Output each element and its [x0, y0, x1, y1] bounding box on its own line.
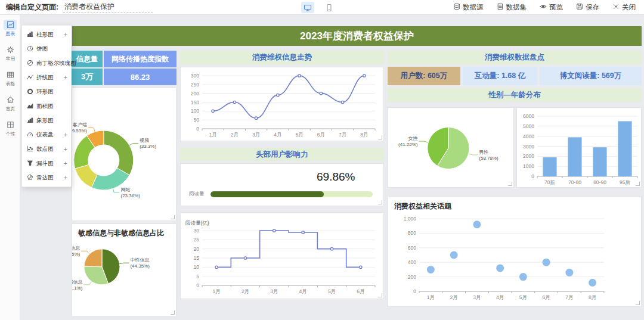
- device-toggle-group: [301, 0, 336, 15]
- expand-plus-icon: +: [64, 131, 67, 138]
- influence-section-header[interactable]: 头部用户影响力: [180, 148, 384, 161]
- menu-item-仪表盘[interactable]: 仪表盘+: [22, 128, 71, 142]
- menu-item-label: 雷达图: [36, 173, 54, 181]
- info-volume-card-label[interactable]: 信息量: [72, 51, 103, 67]
- interactions-stat-card[interactable]: 互动量: 1.68 亿: [463, 67, 537, 85]
- svg-text:1月: 1月: [209, 132, 217, 138]
- grid-icon: [4, 120, 17, 130]
- svg-text:(41.22%): (41.22%): [398, 142, 418, 147]
- media-source-donut-chart: 视频(33.3%)网站(23.36%)客户端(9.53%): [72, 88, 177, 222]
- svg-text:2月: 2月: [231, 132, 239, 138]
- sidebar-item-常用[interactable]: 常用: [0, 42, 20, 65]
- menu-item-饼图[interactable]: 饼图: [22, 42, 71, 56]
- svg-text:中性信息: 中性信息: [130, 257, 149, 263]
- trend-section-header[interactable]: 消费维权信息走势: [180, 51, 384, 64]
- action-保存[interactable]: 保存: [576, 3, 599, 12]
- action-label: 数据集: [506, 3, 527, 12]
- svg-text:女性: 女性: [408, 136, 417, 141]
- svg-text:250: 250: [191, 82, 199, 88]
- age-bar-panel[interactable]: 010002000300040005000600070前70-8080-9095…: [516, 107, 642, 188]
- media-source-donut-panel[interactable]: 视频(33.3%)网站(23.36%)客户端(9.53%): [72, 88, 177, 221]
- sidebar-item-首页[interactable]: 首页: [0, 92, 20, 115]
- sidebar-item-图表[interactable]: 图表: [0, 17, 20, 40]
- svg-text:5: 5: [196, 274, 199, 279]
- eye-icon: [540, 3, 547, 11]
- close-icon: [612, 3, 620, 11]
- age-bar-chart: 010002000300040005000600070前70-8080-9095…: [517, 108, 642, 188]
- banner-title[interactable]: 2023年度消费者权益保护: [72, 26, 642, 46]
- svg-text:0: 0: [196, 282, 199, 288]
- menu-item-象形图[interactable]: 象形图: [22, 113, 71, 128]
- progress-track: [210, 191, 373, 197]
- picto-icon: [27, 117, 33, 125]
- heat-index-card-label[interactable]: 网络传播热度指数: [104, 51, 177, 67]
- menu-item-散点图[interactable]: 散点图+: [22, 142, 71, 156]
- menu-item-南丁格尔玫瑰图[interactable]: 南丁格尔玫瑰图: [22, 56, 71, 70]
- gender-pie-panel[interactable]: 男性(58.78%)女性(41.22%): [388, 107, 514, 188]
- sidebar-item-个性[interactable]: 个性: [0, 117, 20, 140]
- reading-step-chart: 0510152025301月2月3月4月5月6月阅读量(亿): [181, 213, 385, 300]
- svg-text:(9.53%): (9.53%): [72, 128, 87, 133]
- svg-text:800: 800: [408, 230, 416, 236]
- svg-text:(44.35%): (44.35%): [130, 263, 150, 269]
- svg-text:7月: 7月: [339, 132, 346, 138]
- svg-text:3月: 3月: [252, 132, 260, 138]
- sidebar-item-表格[interactable]: 表格: [0, 67, 20, 90]
- expand-plus-icon: +: [64, 160, 67, 167]
- mobile-icon[interactable]: [323, 2, 336, 13]
- topics-scatter-panel[interactable]: 消费权益相关话题 02004006008001,0001月2月3月4月5月6月7…: [388, 197, 642, 307]
- info-volume-card-value[interactable]: 3万: [72, 69, 103, 85]
- trend-line-chart: 0501001502002503001月2月3月4月5月6月7月8月: [181, 67, 385, 142]
- action-关闭[interactable]: 关闭: [612, 3, 636, 12]
- action-预览[interactable]: 预览: [540, 3, 563, 12]
- reading-step-panel[interactable]: 0510152025301月2月3月4月5月6月阅读量(亿): [180, 212, 384, 299]
- svg-text:600: 600: [408, 245, 416, 251]
- menu-item-环形图[interactable]: 环形图: [22, 85, 71, 99]
- menu-item-面积图[interactable]: 面积图: [22, 99, 71, 113]
- desktop-icon[interactable]: [301, 2, 314, 13]
- menu-item-柱形图[interactable]: 柱形图+: [22, 27, 71, 42]
- svg-text:3000: 3000: [523, 144, 534, 150]
- influence-progress-panel[interactable]: 69.86% 阅读量: [180, 163, 384, 206]
- svg-text:2000: 2000: [523, 153, 534, 159]
- trend-line-panel[interactable]: 0501001502002503001月2月3月4月5月6月7月8月: [180, 67, 384, 141]
- page-name-input[interactable]: [63, 2, 153, 13]
- svg-text:6月: 6月: [357, 288, 364, 294]
- sensitive-info-pie-panel[interactable]: 敏感信息与非敏感信息占比 中性信息(44.35%)敏感信息(31.1%)非敏感信…: [72, 223, 177, 316]
- progress-bar-label: 阅读量: [189, 191, 205, 198]
- menu-item-雷达图[interactable]: 雷达图+: [22, 170, 71, 185]
- svg-text:客户端: 客户端: [73, 122, 87, 128]
- svg-text:95后: 95后: [620, 179, 630, 185]
- svg-text:6月: 6月: [317, 132, 325, 138]
- svg-text:30: 30: [194, 228, 200, 234]
- svg-text:3月: 3月: [270, 288, 278, 294]
- gear-icon: [4, 45, 17, 55]
- action-数据源[interactable]: 数据源: [453, 3, 484, 12]
- svg-text:(33.3%): (33.3%): [140, 144, 156, 149]
- funnel-icon: [27, 160, 33, 167]
- users-stat-card[interactable]: 用户数: 605万: [388, 67, 460, 85]
- menu-item-折线图[interactable]: 折线图+: [22, 70, 71, 85]
- svg-text:100: 100: [191, 108, 199, 114]
- chart-icon: [4, 20, 17, 30]
- svg-text:1月: 1月: [427, 294, 435, 300]
- influence-percent: 69.86%: [317, 170, 355, 184]
- action-数据集[interactable]: 数据集: [497, 3, 527, 12]
- heat-index-card-value[interactable]: 86.23: [104, 69, 177, 85]
- page-editor-label: 编辑自定义页面:: [6, 2, 58, 13]
- menu-item-label: 象形图: [36, 116, 54, 124]
- svg-text:150: 150: [191, 100, 199, 105]
- blog-reads-stat-card[interactable]: 博文阅读量: 569万: [540, 67, 642, 85]
- sidebar-item-label: 个性: [5, 131, 15, 137]
- gender-age-section-header[interactable]: 性别—年龄分布: [388, 88, 642, 102]
- datapoints-section-header[interactable]: 消费维权数据盘点: [388, 51, 642, 64]
- action-label: 数据源: [463, 3, 484, 12]
- svg-text:5000: 5000: [523, 123, 534, 129]
- svg-text:2月: 2月: [242, 288, 249, 294]
- menu-item-漏斗图[interactable]: 漏斗图+: [22, 156, 71, 170]
- gauge-icon: [27, 131, 33, 139]
- svg-text:网站: 网站: [120, 187, 130, 192]
- svg-text:300: 300: [191, 73, 199, 79]
- menu-item-label: 仪表盘: [36, 131, 54, 138]
- table-icon: [4, 70, 17, 80]
